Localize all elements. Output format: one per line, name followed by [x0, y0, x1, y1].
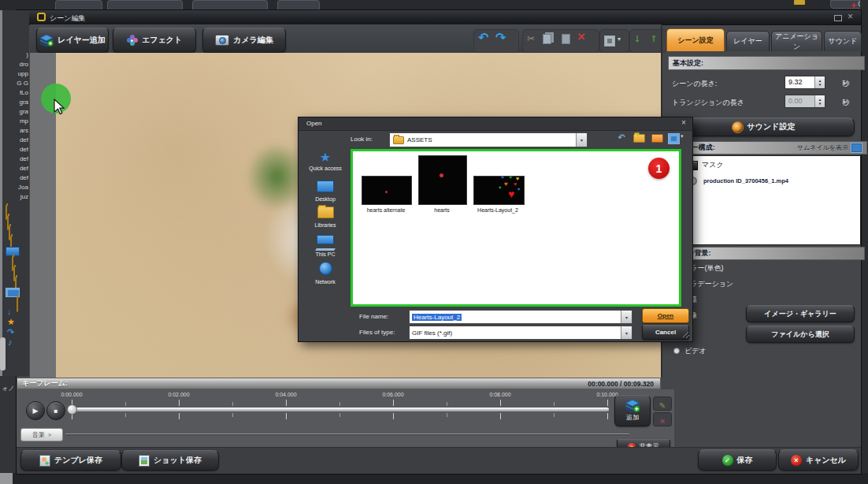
radio-video-label[interactable]: ビデオ	[684, 346, 707, 356]
paste-icon[interactable]	[562, 34, 570, 44]
play-button[interactable]: ▶	[26, 401, 45, 420]
delete-keyframe-icon: ×	[660, 416, 665, 426]
bottom-left-fragment	[0, 471, 13, 484]
file-list-panel[interactable]: ♥ ♥ ♥ ♥ ♥ ♥ ♥ ♥ hearts alternate hearts …	[351, 149, 681, 307]
mask-layer-label[interactable]: マスク	[702, 160, 724, 170]
close-button[interactable]: ×	[848, 11, 853, 22]
ruler-tick	[286, 400, 287, 406]
cut-icon[interactable]: ✂	[527, 33, 535, 44]
file-list-fragment: gra	[4, 99, 28, 106]
tab-sound[interactable]: サウンド	[824, 31, 862, 51]
move-up-icon[interactable]: ↑	[651, 32, 656, 44]
scrollbar-thumb[interactable]	[0, 337, 6, 370]
spin-down-icon[interactable]: ▼	[818, 83, 822, 87]
sidebar-item-quick-access[interactable]: ★ Quick access	[303, 151, 347, 171]
sidebar-item-network[interactable]: Network	[303, 262, 347, 285]
curved-arrow-icon: ↷	[7, 327, 14, 337]
sound-settings-button[interactable]: サウンド設定	[672, 117, 855, 136]
file-caption[interactable]: hearts	[410, 207, 473, 213]
sidebar-label: Desktop	[303, 196, 347, 202]
image-gallery-button[interactable]: イメージ・ギャラリー	[746, 305, 855, 322]
undo-button[interactable]: ↶	[478, 30, 488, 45]
transition-length-value: 0.00	[785, 95, 814, 107]
basic-settings-header: 基本設定:	[668, 56, 865, 70]
minimize-button[interactable]	[834, 15, 842, 21]
sidebar-item-libraries[interactable]: Libraries	[303, 207, 347, 228]
keyframe-edit-button: ✎	[653, 397, 672, 411]
add-layer-button[interactable]: レイヤー追加	[36, 28, 109, 53]
radio-video[interactable]	[673, 348, 680, 354]
look-in-dropdown-arrow[interactable]: ▾	[576, 133, 587, 147]
cancel-button[interactable]: × キャンセル	[778, 449, 859, 471]
scene-length-input[interactable]: 9.32 ▲▼	[785, 76, 825, 89]
monitor-icon	[317, 181, 334, 192]
redo-button[interactable]: ↷	[495, 30, 506, 45]
transition-length-spinner: ▲▼	[814, 95, 825, 107]
grid-menu-button[interactable]: ▾	[599, 29, 629, 53]
folder-icon	[17, 297, 18, 312]
tab-layer[interactable]: レイヤー	[726, 31, 770, 51]
save-template-button[interactable]: + テンプレ保存	[20, 450, 121, 471]
music-button[interactable]: 音楽 >	[20, 428, 63, 441]
screen-edge-highlight	[0, 10, 2, 376]
tab-scene-settings[interactable]: シーン設定	[666, 28, 725, 51]
playhead-thumb[interactable]	[67, 404, 77, 415]
play-icon: ▶	[33, 407, 39, 415]
from-file-button[interactable]: ファイルから選択	[746, 326, 855, 343]
star-icon: ★	[320, 151, 331, 164]
files-of-type-combobox[interactable]: GIF files (*.gif) ▾	[409, 326, 632, 340]
sidebar-item-this-pc[interactable]: This PC	[303, 233, 347, 257]
ruler-tick	[607, 413, 608, 419]
dialog-cancel-button[interactable]: Cancel	[642, 325, 689, 340]
keyframe-add-button[interactable]: 追加	[614, 395, 651, 426]
file-caption[interactable]: hearts alternate	[354, 207, 417, 213]
stop-icon: ■	[54, 408, 58, 415]
dialog-open-button[interactable]: Open	[642, 308, 689, 323]
file-list-fragment: def	[4, 165, 28, 172]
files-of-type-dropdown-arrow[interactable]: ▾	[621, 326, 632, 339]
file-name-dropdown-arrow[interactable]: ▾	[621, 311, 632, 323]
effect-button[interactable]: エフェクト	[113, 28, 196, 53]
show-thumbnails-label[interactable]: サムネイルを表示	[797, 143, 848, 152]
view-menu-icon[interactable]	[668, 133, 680, 144]
look-in-combobox[interactable]: ASSETS ▾	[389, 132, 588, 147]
new-folder-icon[interactable]	[651, 133, 663, 143]
view-menu-caret-icon[interactable]: ▾	[681, 133, 684, 140]
transition-length-label: トランジションの長さ	[672, 98, 744, 108]
delete-icon[interactable]: ×	[577, 29, 585, 45]
look-in-value: ASSETS	[407, 136, 432, 143]
file-name-combobox[interactable]: Hearts-Layout_2 ▾	[409, 310, 632, 324]
resize-grip[interactable]	[683, 332, 689, 338]
file-thumbnail-hearts-layout[interactable]: ♥ ♥ ♥ ♥ ♥ ♥ ♥ ♥	[473, 176, 525, 205]
music-label: 音楽	[32, 430, 45, 439]
layers-add-icon	[625, 400, 640, 412]
save-button[interactable]: ✓ 保存	[698, 449, 777, 471]
video-layer-label[interactable]: production ID_3700456_1.mp4	[703, 177, 788, 184]
sidebar-item-desktop[interactable]: Desktop	[303, 181, 347, 202]
move-down-icon[interactable]: ↓	[634, 32, 640, 44]
file-thumbnail-hearts-alternate[interactable]	[362, 176, 412, 205]
file-thumbnail-hearts[interactable]	[418, 155, 467, 205]
from-file-label: ファイルから選択	[771, 329, 829, 340]
back-folder-icon[interactable]: ↶	[615, 131, 628, 143]
download-arrow-icon: ↓	[7, 307, 12, 316]
window-title: シーン編集	[50, 13, 85, 24]
timeline-track[interactable]	[72, 408, 609, 411]
copy-icon[interactable]	[543, 34, 551, 44]
scene-length-spinner[interactable]: ▲▼	[814, 76, 825, 88]
camera-edit-button[interactable]: カメラ編集	[202, 28, 286, 53]
dialog-close-button[interactable]: ×	[681, 118, 686, 127]
up-one-level-icon[interactable]: ↑	[632, 133, 645, 143]
tab-scene-label: シーン設定	[677, 35, 713, 46]
folder-icon	[393, 136, 404, 144]
stop-button[interactable]: ■	[46, 401, 65, 420]
add-layer-label: レイヤー追加	[57, 35, 106, 46]
dialog-titlebar[interactable]: Open ×	[299, 117, 692, 131]
file-caption[interactable]: Hearts-Layout_2	[466, 207, 529, 213]
ruler-minor-tick	[447, 402, 447, 406]
save-shot-button[interactable]: ショット保存	[121, 450, 219, 471]
basic-settings-header-label: 基本設定:	[673, 58, 703, 69]
show-thumbnails-icon[interactable]	[851, 143, 862, 153]
tab-animation[interactable]: アニメーション	[771, 31, 822, 51]
file-list-fragment: mp	[4, 117, 28, 125]
